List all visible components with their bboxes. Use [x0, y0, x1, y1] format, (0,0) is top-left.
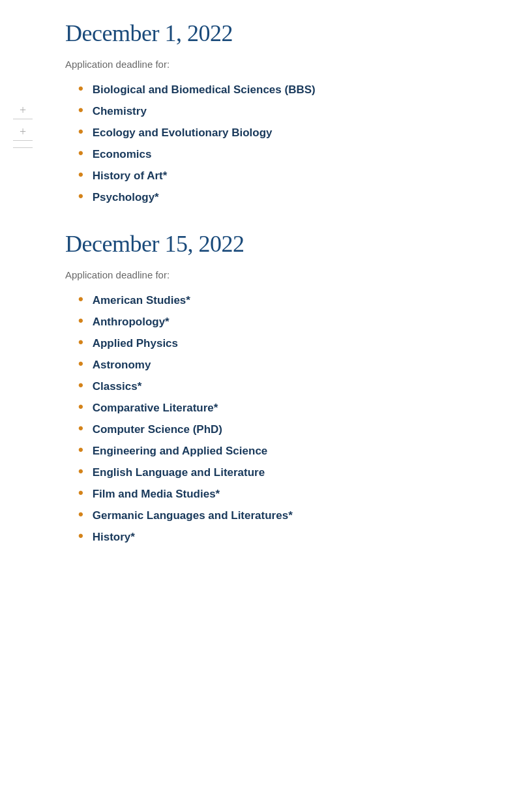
- bullet-icon: •: [78, 400, 83, 414]
- program-name: Applied Physics: [93, 337, 178, 350]
- program-name: Ecology and Evolutionary Biology: [93, 127, 273, 140]
- program-name: History of Art*: [93, 170, 168, 183]
- bullet-icon: •: [78, 82, 83, 96]
- list-item: •Psychology*: [78, 189, 480, 204]
- program-list-dec15: •American Studies*•Anthropology*•Applied…: [78, 292, 480, 544]
- program-name: Germanic Languages and Literatures*: [93, 509, 293, 522]
- list-item: •History*: [78, 529, 480, 544]
- program-name: Film and Media Studies*: [93, 488, 220, 501]
- program-name: Computer Science (PhD): [93, 423, 222, 436]
- program-name: Psychology*: [93, 191, 159, 204]
- program-name: Engineering and Applied Science: [93, 445, 268, 458]
- sidebar-item-3: [13, 147, 33, 148]
- bullet-icon: •: [78, 168, 83, 182]
- bullet-icon: •: [78, 189, 83, 203]
- section-subtitle-dec15: Application deadline for:: [65, 269, 480, 280]
- bullet-icon: •: [78, 335, 83, 350]
- list-item: •Germanic Languages and Literatures*: [78, 507, 480, 522]
- list-item: •Chemistry: [78, 103, 480, 118]
- section-dec1: December 1, 2022Application deadline for…: [65, 20, 480, 204]
- program-list-dec1: •Biological and Biomedical Sciences (BBS…: [78, 82, 480, 204]
- program-name: Astronomy: [93, 359, 151, 372]
- list-item: •Economics: [78, 146, 480, 161]
- list-item: •Engineering and Applied Science: [78, 443, 480, 458]
- sidebar-plus-2[interactable]: +: [20, 126, 26, 138]
- section-title-dec1: December 1, 2022: [65, 20, 480, 47]
- bullet-icon: •: [78, 292, 83, 306]
- content-area: December 1, 2022Application deadline for…: [65, 20, 480, 544]
- sidebar-line-3: [13, 147, 33, 148]
- program-name: Economics: [93, 148, 152, 161]
- bullet-icon: •: [78, 314, 83, 328]
- list-item: •Biological and Biomedical Sciences (BBS…: [78, 82, 480, 97]
- section-title-dec15: December 15, 2022: [65, 230, 480, 258]
- program-name: English Language and Literature: [93, 466, 265, 479]
- bullet-icon: •: [78, 125, 83, 139]
- list-item: •American Studies*: [78, 292, 480, 307]
- program-name: Comparative Literature*: [93, 402, 218, 415]
- section-subtitle-dec1: Application deadline for:: [65, 59, 480, 70]
- list-item: •Ecology and Evolutionary Biology: [78, 125, 480, 140]
- list-item: •Anthropology*: [78, 314, 480, 329]
- list-item: •Computer Science (PhD): [78, 421, 480, 436]
- list-item: •Applied Physics: [78, 335, 480, 350]
- program-name: Anthropology*: [93, 316, 170, 329]
- sidebar: + +: [13, 104, 33, 155]
- program-name: History*: [93, 531, 135, 544]
- bullet-icon: •: [78, 103, 83, 117]
- bullet-icon: •: [78, 443, 83, 457]
- sidebar-item-2: +: [13, 126, 33, 141]
- bullet-icon: •: [78, 146, 83, 160]
- sidebar-line-1: [13, 119, 33, 119]
- bullet-icon: •: [78, 486, 83, 500]
- list-item: •Classics*: [78, 378, 480, 393]
- program-name: Classics*: [93, 380, 142, 393]
- bullet-icon: •: [78, 378, 83, 393]
- section-dec15: December 15, 2022Application deadline fo…: [65, 230, 480, 544]
- list-item: •Comparative Literature*: [78, 400, 480, 415]
- bullet-icon: •: [78, 529, 83, 543]
- bullet-icon: •: [78, 507, 83, 522]
- list-item: •Film and Media Studies*: [78, 486, 480, 501]
- sidebar-item-1: +: [13, 104, 33, 119]
- bullet-icon: •: [78, 464, 83, 479]
- program-name: Chemistry: [93, 105, 147, 118]
- bullet-icon: •: [78, 421, 83, 436]
- sidebar-plus-1[interactable]: +: [20, 104, 26, 116]
- bullet-icon: •: [78, 357, 83, 371]
- page-container: + + December 1, 2022Application deadline…: [0, 0, 532, 596]
- list-item: •Astronomy: [78, 357, 480, 372]
- list-item: •History of Art*: [78, 168, 480, 183]
- list-item: •English Language and Literature: [78, 464, 480, 479]
- program-name: American Studies*: [93, 294, 190, 307]
- sidebar-line-2: [13, 140, 33, 141]
- program-name: Biological and Biomedical Sciences (BBS): [93, 83, 316, 97]
